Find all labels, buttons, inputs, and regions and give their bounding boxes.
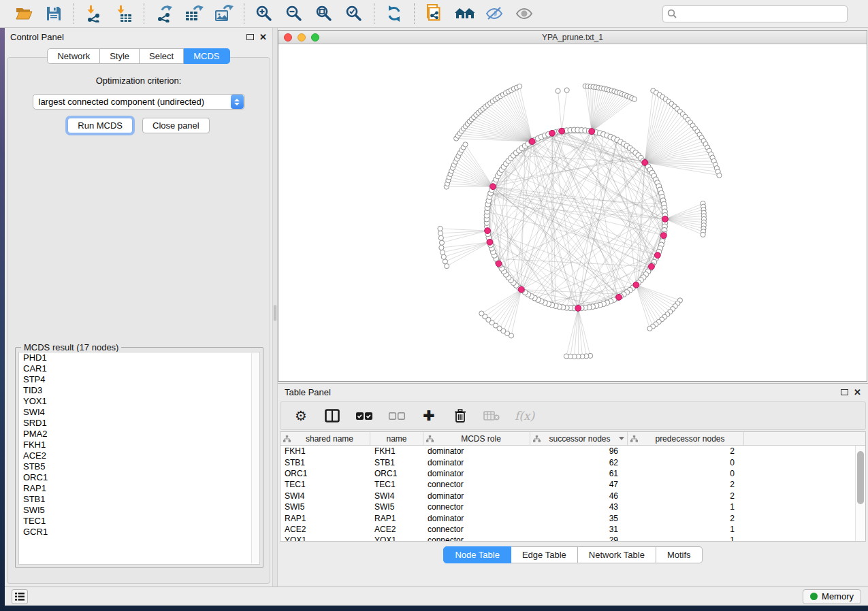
mcds-hub-node[interactable] xyxy=(529,139,535,145)
splitter-grip[interactable] xyxy=(274,306,276,320)
column-header-shared-name[interactable]: shared name xyxy=(280,432,370,445)
result-node-item[interactable]: ORC1 xyxy=(19,472,259,483)
result-node-item[interactable]: SWI5 xyxy=(19,505,259,516)
add-column-plus-icon[interactable]: ✚ xyxy=(421,407,437,425)
result-node-item[interactable]: GCR1 xyxy=(19,527,259,538)
table-vertical-scrollbar[interactable] xyxy=(855,446,865,541)
table-row[interactable]: SWI4SWI4dominator462 xyxy=(280,491,855,501)
network-leaf-node[interactable] xyxy=(564,354,568,359)
mcds-hub-node[interactable] xyxy=(575,306,581,312)
task-history-list-icon[interactable] xyxy=(12,589,28,604)
network-leaf-node[interactable] xyxy=(445,264,449,269)
zoom-selected-icon[interactable] xyxy=(344,3,364,24)
scrollbar-thumb[interactable] xyxy=(857,451,864,504)
tab-node-table[interactable]: Node Table xyxy=(443,546,511,563)
show-eye-icon[interactable] xyxy=(514,3,534,24)
run-mcds-button[interactable]: Run MCDS xyxy=(67,118,133,133)
table-row[interactable]: ACE2ACE2connector311 xyxy=(280,524,855,535)
column-header-name[interactable]: name xyxy=(370,432,423,445)
search-input[interactable] xyxy=(680,9,843,18)
network-leaf-node[interactable] xyxy=(438,235,443,240)
mcds-hub-node[interactable] xyxy=(496,261,502,267)
mcds-hub-node[interactable] xyxy=(549,130,556,136)
table-settings-gear-icon[interactable]: ⚙ xyxy=(293,407,309,425)
open-file-icon[interactable] xyxy=(14,3,34,24)
mcds-hub-node[interactable] xyxy=(487,240,493,246)
network-leaf-node[interactable] xyxy=(463,142,468,147)
network-leaf-node[interactable] xyxy=(479,311,484,316)
table-row[interactable]: RAP1RAP1dominator352 xyxy=(280,512,855,523)
result-list-scrollbar[interactable] xyxy=(251,353,259,563)
network-leaf-node[interactable] xyxy=(701,232,705,237)
result-node-item[interactable]: YOX1 xyxy=(19,396,259,407)
zoom-fit-icon[interactable] xyxy=(314,3,334,24)
optimization-criterion-dropdown[interactable]: largest connected component (undirected) xyxy=(33,94,245,110)
share-document-icon[interactable] xyxy=(424,3,445,24)
float-panel-icon[interactable] xyxy=(246,34,254,40)
close-panel-icon[interactable]: ✕ xyxy=(259,34,267,40)
column-header-successor-nodes[interactable]: successor nodes xyxy=(530,432,628,445)
result-node-item[interactable]: SWI4 xyxy=(19,407,259,418)
result-node-item[interactable]: RAP1 xyxy=(19,483,259,494)
network-leaf-node[interactable] xyxy=(556,88,560,93)
table-row[interactable]: TEC1TEC1connector472 xyxy=(280,479,855,490)
refresh-icon[interactable] xyxy=(384,3,404,24)
network-window-titlebar[interactable]: YPA_prune.txt_1 xyxy=(278,31,867,44)
result-node-item[interactable]: ACE2 xyxy=(19,450,259,461)
mcds-hub-node[interactable] xyxy=(518,286,524,293)
network-leaf-node[interactable] xyxy=(517,84,522,88)
table-row[interactable]: ORC1ORC1dominator610 xyxy=(280,468,855,479)
result-node-item[interactable]: SRD1 xyxy=(19,418,259,429)
result-node-item[interactable]: STP4 xyxy=(19,374,259,385)
tab-style[interactable]: Style xyxy=(100,48,140,64)
export-network-icon[interactable] xyxy=(154,3,174,24)
table-row[interactable]: STB1STB1dominator620 xyxy=(280,457,855,467)
mcds-hub-node[interactable] xyxy=(559,128,565,134)
mcds-hub-node[interactable] xyxy=(616,294,622,300)
table-row[interactable]: SWI5SWI5connector431 xyxy=(280,501,855,512)
export-image-icon[interactable] xyxy=(214,3,234,24)
export-table-icon[interactable] xyxy=(184,3,204,24)
result-node-item[interactable]: CAR1 xyxy=(19,363,259,374)
mcds-hub-node[interactable] xyxy=(589,129,595,135)
select-all-columns-icon[interactable] xyxy=(355,407,373,425)
tab-network-table[interactable]: Network Table xyxy=(578,546,656,563)
result-node-item[interactable]: STB1 xyxy=(19,494,259,505)
network-leaf-node[interactable] xyxy=(717,173,722,178)
tab-edge-table[interactable]: Edge Table xyxy=(511,546,578,563)
tab-mcds[interactable]: MCDS xyxy=(184,48,229,64)
network-leaf-node[interactable] xyxy=(647,326,652,331)
network-leaf-node[interactable] xyxy=(439,240,444,245)
table-row[interactable]: YOX1YOX1connector291 xyxy=(280,535,855,542)
network-leaf-node[interactable] xyxy=(564,88,569,93)
search-field[interactable] xyxy=(662,5,848,22)
network-leaf-node[interactable] xyxy=(438,231,443,235)
mcds-hub-node[interactable] xyxy=(633,282,639,288)
network-leaf-node[interactable] xyxy=(438,226,443,231)
network-leaf-node[interactable] xyxy=(440,250,445,254)
result-node-item[interactable]: PHD1 xyxy=(19,352,259,363)
result-node-item[interactable]: STB5 xyxy=(19,461,259,472)
network-leaf-node[interactable] xyxy=(632,97,637,101)
table-row[interactable]: FKH1FKH1dominator962 xyxy=(280,446,855,457)
mcds-result-list[interactable]: PHD1CAR1STP4TID3YOX1SWI4SRD1PMA2FKH1ACE2… xyxy=(18,352,260,565)
column-header-predecessor-nodes[interactable]: predecessor nodes xyxy=(628,432,744,445)
tab-motifs[interactable]: Motifs xyxy=(656,546,703,563)
deselect-all-columns-icon[interactable] xyxy=(388,407,406,425)
column-header-MCDS-role[interactable]: MCDS role xyxy=(423,432,530,445)
network-leaf-node[interactable] xyxy=(439,245,444,250)
result-node-item[interactable]: FKH1 xyxy=(19,440,259,450)
float-table-panel-icon[interactable] xyxy=(841,389,848,395)
home-networks-icon[interactable] xyxy=(454,3,475,24)
hide-panels-eye-icon[interactable] xyxy=(484,3,504,24)
close-panel-button[interactable]: Close panel xyxy=(142,118,210,133)
tab-network[interactable]: Network xyxy=(47,48,100,64)
mcds-hub-node[interactable] xyxy=(660,233,666,239)
mcds-hub-node[interactable] xyxy=(642,160,648,166)
mcds-hub-node[interactable] xyxy=(490,184,496,190)
result-node-item[interactable]: PMA2 xyxy=(19,429,259,440)
memory-button[interactable]: Memory xyxy=(803,589,861,604)
network-view-canvas[interactable] xyxy=(278,45,867,381)
mcds-hub-node[interactable] xyxy=(662,216,669,222)
mcds-hub-node[interactable] xyxy=(485,228,491,234)
